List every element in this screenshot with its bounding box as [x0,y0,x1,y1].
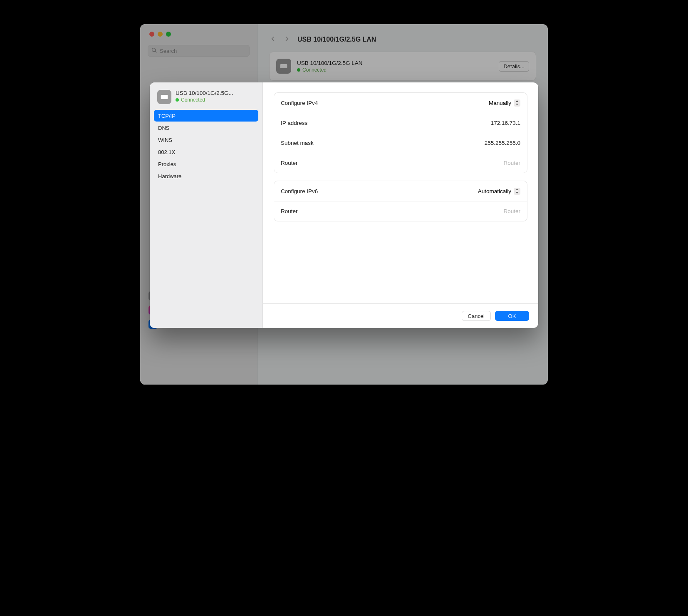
configure-ipv6-select[interactable]: Automatically [478,188,520,195]
ethernet-icon [157,90,171,104]
ip-address-row[interactable]: IP address 172.16.73.1 [274,113,527,133]
configure-ipv4-label: Configure IPv4 [281,100,318,106]
up-down-icon [514,99,520,107]
tab-tcp-ip[interactable]: TCP/IP [154,110,258,122]
tab-hardware[interactable]: Hardware [154,170,258,182]
ipv6-router-label: Router [281,208,298,214]
configure-ipv4-value: Manually [489,100,511,106]
system-settings-window: Search Control Center Siri & Spotlight P… [140,24,548,385]
up-down-icon [514,188,520,195]
ipv4-router-label: Router [281,160,298,166]
ipv4-router-row[interactable]: Router Router [274,153,527,173]
sheet-interface-status: Connected [176,97,255,103]
configure-ipv6-value: Automatically [478,188,511,194]
ok-button[interactable]: OK [495,311,529,321]
ipv4-router-placeholder: Router [503,160,520,166]
ipv4-group: Configure IPv4 Manually IP address 172.1… [274,92,527,173]
sheet-interface-name: USB 10/100/1G/2.5G... [176,90,255,96]
configure-ipv6-row: Configure IPv6 Automatically [274,181,527,201]
tab-dns[interactable]: DNS [154,122,258,134]
subnet-mask-row[interactable]: Subnet mask 255.255.255.0 [274,133,527,153]
sheet-sidebar: USB 10/100/1G/2.5G... Connected TCP/IP D… [150,82,263,328]
configure-ipv4-row: Configure IPv4 Manually [274,93,527,113]
subnet-mask-label: Subnet mask [281,140,314,146]
tab-8021x[interactable]: 802.1X [154,146,258,158]
ipv6-group: Configure IPv6 Automatically Router Rout… [274,181,527,221]
configure-ipv4-select[interactable]: Manually [489,99,520,107]
sheet-main: Configure IPv4 Manually IP address 172.1… [263,82,538,328]
tab-proxies[interactable]: Proxies [154,158,258,170]
sheet-body: Configure IPv4 Manually IP address 172.1… [263,82,538,304]
configure-ipv6-label: Configure IPv6 [281,188,318,194]
sheet-header: USB 10/100/1G/2.5G... Connected [150,90,262,110]
subnet-mask-value: 255.255.255.0 [485,140,520,146]
ip-address-label: IP address [281,120,307,126]
ip-address-value: 172.16.73.1 [491,120,520,126]
sheet-footer: Cancel OK [263,304,538,328]
sheet-tab-list: TCP/IP DNS WINS 802.1X Proxies Hardware [150,110,262,182]
network-details-sheet: USB 10/100/1G/2.5G... Connected TCP/IP D… [150,82,538,328]
ipv6-router-row[interactable]: Router Router [274,201,527,221]
cancel-button[interactable]: Cancel [462,311,491,321]
ipv6-router-placeholder: Router [503,208,520,214]
tab-wins[interactable]: WINS [154,134,258,146]
